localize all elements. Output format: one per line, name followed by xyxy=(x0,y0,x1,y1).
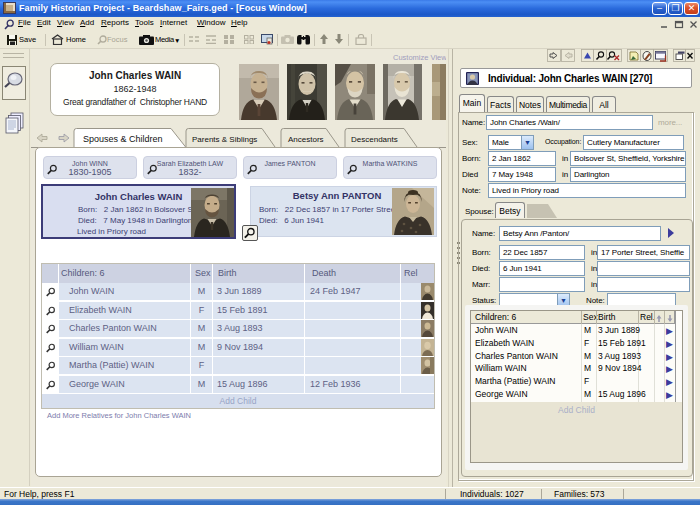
svg-text:Ancestors: Ancestors xyxy=(288,135,324,144)
svg-text:Descendants: Descendants xyxy=(351,135,398,144)
svg-text:Parents & Siblings: Parents & Siblings xyxy=(192,135,257,144)
svg-text:Spouses & Children: Spouses & Children xyxy=(83,134,163,144)
